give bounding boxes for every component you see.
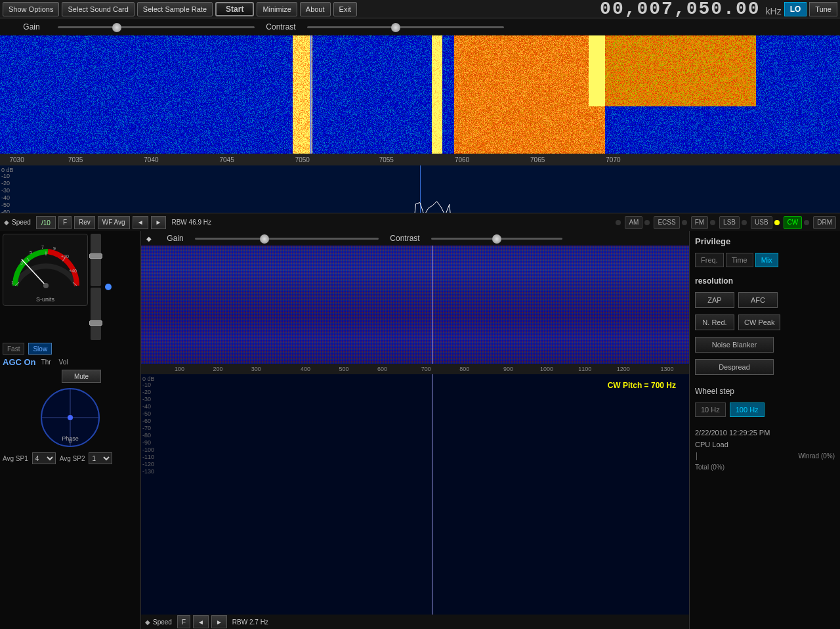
hz10-button[interactable]: 10 Hz: [695, 402, 726, 417]
mute-button[interactable]: Mute: [62, 370, 101, 383]
cw-peak-button[interactable]: CW Peak: [738, 314, 780, 330]
right-panel: Privilege Freq. Time Mix resolution ZAP …: [689, 231, 840, 629]
speed-label2: Speed: [153, 618, 172, 626]
frequency-display: 00,007,050.00: [600, 0, 760, 18]
speed-value: /10: [36, 216, 56, 229]
vol-label: Vol: [59, 358, 68, 366]
avg-sp2-select[interactable]: 1248: [89, 452, 112, 464]
usb-mode-button[interactable]: USB: [751, 216, 772, 229]
sub-freq-7: 800: [459, 366, 469, 372]
freq-tick-1: 7035: [68, 156, 83, 163]
fast-button[interactable]: Fast: [3, 343, 24, 355]
f-button2[interactable]: F: [177, 615, 190, 628]
sub-freq-1: 200: [213, 366, 222, 372]
sub-freq-0: 100: [175, 366, 184, 372]
agc-row: Fast Slow: [3, 343, 138, 355]
select-sound-card-button[interactable]: Select Sound Card: [62, 2, 134, 16]
zap-button[interactable]: ZAP: [695, 292, 734, 308]
slider-icon: ◆: [4, 219, 9, 226]
sub-spectrum-svg: [141, 374, 689, 615]
am-mode-button[interactable]: AM: [625, 216, 642, 229]
scroll-left-button2[interactable]: ◄: [193, 615, 209, 628]
cpu-winrad-row: │ Winrad (0%): [695, 452, 835, 460]
volume-slider[interactable]: [91, 288, 101, 340]
wheel-step-buttons: 10 Hz 100 Hz: [695, 402, 835, 417]
sub-frequency-ruler: 100 200 300 400 500 600 700 800 900 1000…: [141, 364, 689, 374]
about-button[interactable]: About: [300, 2, 331, 16]
time-button[interactable]: Time: [726, 253, 753, 267]
avg-sp1-select[interactable]: 4128: [32, 452, 56, 464]
resolution-label: resolution: [695, 276, 835, 286]
winrad-label: Winrad (0%): [798, 452, 835, 460]
threshold-slider[interactable]: [91, 234, 101, 286]
drm-indicator: [804, 220, 809, 225]
datetime-display: 2/22/2010 12:29:25 PM: [695, 429, 835, 437]
waterfall-display: [0, 35, 840, 154]
svg-point-13: [43, 283, 49, 288]
noise-blanker-button[interactable]: Noise Blanker: [695, 337, 774, 353]
fm-indicator: [682, 220, 687, 225]
freq-tick-2: 7040: [144, 156, 158, 163]
svg-text:+40: +40: [69, 269, 77, 273]
freq-tick-6: 7060: [455, 156, 469, 163]
freq-tick-4: 7050: [295, 156, 310, 163]
cpu-total-row: Total (0%): [695, 464, 835, 471]
select-sample-rate-button[interactable]: Select Sample Rate: [137, 2, 213, 16]
avgsp-row: Avg SP1 4128 Avg SP2 1248: [3, 452, 138, 464]
n-red-button[interactable]: N. Red.: [695, 314, 734, 330]
rbw-display2: RBW 2.7 Hz: [232, 618, 268, 626]
freq-button[interactable]: Freq.: [695, 253, 724, 267]
rev-button[interactable]: Rev: [74, 216, 95, 229]
svg-text:9: 9: [53, 246, 56, 251]
scroll-right-button2[interactable]: ►: [211, 615, 227, 628]
afc-button[interactable]: AFC: [738, 292, 778, 308]
contrast-label: Contrast: [255, 22, 307, 32]
exit-button[interactable]: Exit: [333, 2, 357, 16]
thr-label: Thr: [41, 358, 51, 366]
drm-mode-button[interactable]: DRM: [813, 216, 836, 229]
slider-icon3: ◆: [145, 618, 150, 626]
svg-text:+20: +20: [61, 254, 69, 259]
start-button[interactable]: Start: [215, 2, 254, 16]
gain-contrast-bar2: ◆ Gain Contrast: [141, 231, 689, 246]
contrast-slider[interactable]: [307, 26, 504, 28]
sub-freq-8: 900: [503, 366, 513, 372]
sub-freq-5: 600: [377, 366, 387, 372]
tune-button[interactable]: Tune: [809, 2, 837, 16]
fm-mode-button[interactable]: FM: [691, 216, 708, 229]
smeter-label: S-units: [3, 296, 87, 303]
mix-button[interactable]: Mix: [755, 253, 778, 267]
freq-tick-0: 7030: [9, 156, 24, 163]
freq-tick-8: 7070: [606, 156, 620, 163]
slow-button[interactable]: Slow: [28, 343, 52, 355]
gain-slider[interactable]: [58, 26, 255, 28]
cw-indicator: [774, 220, 780, 225]
wheel-step-label: Wheel step: [695, 387, 835, 396]
sub-freq-9: 1000: [540, 366, 553, 372]
freq-tick-7: 7065: [530, 156, 545, 163]
scroll-right-button[interactable]: ►: [151, 216, 167, 229]
lsb-mode-button[interactable]: LSB: [719, 216, 740, 229]
sub-freq-3: 400: [301, 366, 310, 372]
f-button[interactable]: F: [58, 216, 72, 229]
wf-avg-button[interactable]: WF Avg: [98, 216, 130, 229]
cw-mode-button[interactable]: CW: [784, 216, 803, 229]
svg-text:5: 5: [30, 250, 32, 255]
main-spectrum-area: 7030 7035 7040 7045 7050 7055 7060 7065 …: [0, 35, 840, 213]
minimize-button[interactable]: Minimize: [257, 2, 297, 16]
speed-bar: ◆ Speed F ◄ ► RBW 2.7 Hz: [141, 615, 689, 629]
cpu-bar-fill-indicator: │: [695, 452, 699, 460]
smeter-arc-svg: 1 3 5 7 9 +20 +40: [9, 240, 83, 292]
show-options-button[interactable]: Show Options: [3, 2, 59, 16]
svg-text:3: 3: [20, 261, 23, 265]
hz100-button[interactable]: 100 Hz: [730, 402, 765, 417]
ecss-mode-button[interactable]: ECSS: [654, 216, 679, 229]
gain-slider2[interactable]: [195, 238, 379, 240]
freq-tick-3: 7045: [219, 156, 234, 163]
sub-freq-4: 500: [339, 366, 348, 372]
contrast-slider2[interactable]: [431, 238, 562, 240]
gain-label2: Gain: [156, 234, 195, 243]
lo-button[interactable]: LO: [784, 2, 807, 16]
despread-button[interactable]: Despread: [695, 359, 774, 375]
scroll-left-button[interactable]: ◄: [133, 216, 148, 229]
